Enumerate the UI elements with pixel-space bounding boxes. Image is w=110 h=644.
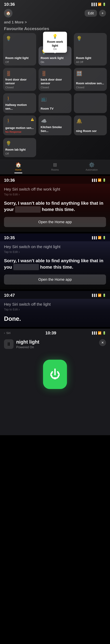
device-section: ‹ Siri 10:39 ▐▐▐ 📶 🔋 ⏸ night light Power… — [0, 329, 110, 435]
automation-nav-icon: ⚙️ — [89, 162, 95, 168]
siri-section-2: 10:35 ▐▐▐ 📶 🔋 Hey Siri switch on the nig… — [0, 234, 110, 289]
section-label: and 1 More > — [0, 19, 110, 26]
tile-status: All Off — [76, 60, 105, 64]
device-info: ⏸ night light Powered On — [4, 339, 39, 349]
nav-rooms[interactable]: ⊞ Rooms — [37, 162, 73, 171]
tile-window-sensor[interactable]: 🪟 Room window sen... Closed — [74, 68, 107, 91]
siri-battery-2: 🔋 — [103, 236, 106, 240]
tile-room-light[interactable]: 💡 Room light All Off — [74, 33, 107, 66]
power-button[interactable]: ⏻ — [43, 360, 67, 389]
signal-icon: ▐▐▐ — [91, 3, 97, 6]
nav-indicator — [14, 172, 22, 173]
tile-name: ning Room sor — [76, 129, 105, 133]
tile-night-light[interactable]: 💡 Room night light Off — [3, 33, 36, 66]
add-button[interactable]: + — [99, 10, 106, 17]
siri-status-bar-2: 10:35 ▐▐▐ 📶 🔋 — [0, 234, 110, 241]
home-nav-icon: 🏠 — [15, 162, 21, 168]
device-power-area: ⏻ — [0, 349, 110, 400]
tile-placeholder — [74, 93, 107, 113]
device-bulb-icon: ⏸ — [6, 341, 11, 347]
alert-icon: ⚠️ — [31, 118, 34, 121]
tile-name: Room night light — [5, 56, 34, 60]
siri-tap-edit-3[interactable]: Tap to Edit — [4, 308, 106, 311]
tile-room-area[interactable]: 📺 Room TV — [38, 93, 72, 113]
tile-status: Off — [5, 152, 34, 155]
tile-status: On — [41, 60, 69, 64]
nav-home[interactable]: 🏠 Home — [0, 162, 37, 173]
siri-status-icons-2: ▐▐▐ 📶 🔋 — [91, 236, 106, 240]
close-device-button[interactable]: ✕ — [99, 339, 106, 346]
tile-kitchen-smoke[interactable]: ☁️ Kitchen Smoke Sen... — [38, 116, 72, 135]
siri-wifi-2: 📶 — [98, 236, 101, 240]
siri-time-1: 10:36 — [4, 178, 15, 183]
back-arrow-icon: ‹ — [4, 331, 5, 335]
nav-rooms-label: Rooms — [51, 168, 59, 171]
divider-2 — [0, 232, 110, 234]
tile-back-door[interactable]: 🚪 back door door sensor Closed — [38, 68, 72, 91]
bottom-nav: 🏠 Home ⊞ Rooms ⚙️ Automation — [0, 160, 110, 174]
rooms-nav-icon: ⊞ — [53, 162, 57, 168]
status-bar-1: 10:36 ▐▐▐ 📶 🔋 — [0, 0, 110, 8]
divider-3 — [0, 289, 110, 291]
header-actions: Edit + — [85, 10, 106, 17]
siri-wifi-3: 📶 — [98, 294, 101, 297]
close-icon: ✕ — [101, 341, 104, 344]
tile-name: Room window sen... — [76, 82, 105, 85]
tile-lab-light[interactable]: 💡 Room lab light Off — [3, 138, 36, 157]
edit-button[interactable]: Edit — [85, 10, 97, 17]
back-door-icon: 🚪 — [41, 70, 47, 77]
siri-query-1: Hey Siri switch off the work light — [4, 187, 106, 192]
device-name: night light — [16, 339, 39, 345]
siri-query-3: Hey Siri switch off the light — [4, 302, 106, 306]
device-icon-box: ⏸ — [4, 339, 13, 349]
nav-automation[interactable]: ⚙️ Automation — [73, 162, 110, 171]
tile-status: Closed — [5, 86, 34, 89]
extra-row: 💡 Room lab light Off — [0, 138, 110, 160]
extra-grid: 💡 Room lab light Off — [3, 138, 107, 157]
tile-garage-motion[interactable]: 🚶 ⚠️ garage motion sen... No Response — [3, 116, 36, 135]
status-time-1: 10:36 — [4, 2, 15, 7]
tile-status: Off — [5, 60, 34, 64]
divider-4 — [0, 327, 110, 329]
tile-name: garage motion sen... — [5, 126, 34, 130]
siri-section-3: 10:47 ▐▐▐ 📶 🔋 Hey Siri switch off the li… — [0, 291, 110, 327]
power-symbol-icon: ⏻ — [50, 368, 60, 380]
siri-signal-3: ▐▐▐ — [91, 294, 97, 297]
siri-response-2: Sorry, I wasn't able to find anything li… — [4, 258, 106, 270]
device-status-icons: ▐▐▐ 📶 🔋 — [91, 331, 106, 335]
home-header: 🏠 Edit + — [0, 8, 110, 19]
tile-hallway-motion[interactable]: 🚶 Hallway motion sen... — [3, 93, 36, 113]
tile-status-alert: No Response — [5, 130, 34, 134]
siri-content-3: Hey Siri switch off the light Tap to Edi… — [0, 299, 110, 327]
device-wifi-icon: 📶 — [98, 331, 101, 335]
nav-automation-label: Automation — [86, 168, 98, 171]
siri-content-1: Hey Siri switch off the work light Tap t… — [0, 184, 110, 232]
tile-name: front door door sensor — [5, 78, 34, 85]
siri-source-label: Siri — [6, 331, 10, 335]
open-home-btn-1[interactable]: Open the Home app — [4, 217, 106, 227]
tile-name: Kitchen Smoke Sen... — [41, 125, 69, 133]
siri-content-2: Hey Siri switch on the night light Tap t… — [0, 241, 110, 289]
device-header: ⏸ night light Powered On ✕ — [0, 336, 110, 349]
siri-signal-2: ▐▐▐ — [91, 236, 97, 239]
popup-title: Room work light — [46, 40, 64, 48]
home-app-section: 10:36 ▐▐▐ 📶 🔋 🏠 Edit + and 1 More > Favo… — [0, 0, 110, 174]
siri-tap-edit-2[interactable]: Tap to Edit — [4, 250, 106, 254]
siri-tap-edit-1[interactable]: Tap to Edit — [4, 192, 106, 196]
tv-icon-area: 📺 — [41, 96, 47, 102]
tile-name: Room TV — [41, 107, 69, 111]
tile-name: back door door sensor — [41, 78, 69, 85]
popup-status-label: On — [46, 48, 64, 50]
home-button[interactable]: 🏠 — [4, 9, 12, 18]
tile-front-door[interactable]: 🚪 front door door sensor Closed — [3, 68, 36, 91]
wifi-icon: 📶 — [98, 3, 101, 6]
blurred-home-1: ████████ — [15, 206, 41, 213]
tile-work-light-wrapper: 💡 Room work light On 💡 Room work light O… — [38, 33, 72, 66]
tile-status: Closed — [41, 86, 69, 89]
open-home-btn-2[interactable]: Open the Home app — [4, 274, 106, 284]
tile-name: Room light — [76, 56, 105, 60]
tile-name: Hallway motion sen... — [5, 103, 34, 111]
tile-dining-sensor[interactable]: 🔔 ning Room sor — [74, 116, 107, 135]
tile-name: Room work light — [41, 56, 69, 60]
chevron-right-icon-2 — [19, 250, 20, 254]
